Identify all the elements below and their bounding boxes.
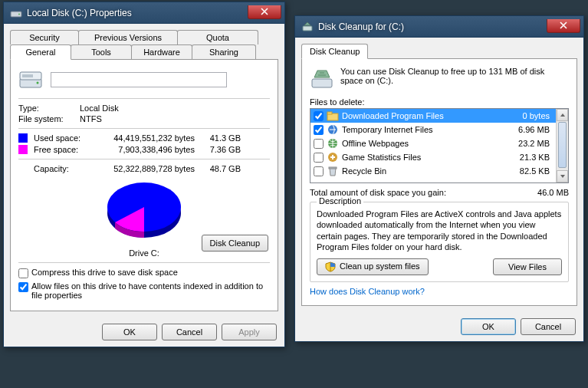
game-icon	[327, 151, 339, 163]
used-swatch	[18, 133, 28, 143]
tab-general[interactable]: General	[10, 44, 71, 60]
svg-rect-9	[312, 79, 332, 87]
drive-icon	[18, 67, 43, 92]
properties-window: Local Disk (C:) Properties Security Prev…	[3, 2, 285, 347]
file-checkbox[interactable]	[314, 111, 324, 121]
index-checkbox[interactable]	[18, 282, 28, 292]
pie-chart	[98, 176, 190, 245]
volume-name-input[interactable]	[51, 72, 227, 87]
tab-row-upper: Security Previous Versions Quota	[10, 30, 278, 44]
disk-cleanup-button[interactable]: Disk Cleanup	[202, 235, 268, 252]
ok-button[interactable]: OK	[461, 318, 516, 335]
cleanup-tabrow: Disk Cleanup	[301, 44, 577, 59]
tab-sharing[interactable]: Sharing	[192, 44, 256, 59]
divider	[18, 128, 270, 129]
scroll-up-icon[interactable]	[557, 109, 568, 121]
shield-icon	[325, 261, 336, 272]
files-label: Files to delete:	[310, 97, 569, 107]
capacity-bytes: 52,322,889,728 bytes	[95, 164, 195, 173]
filesystem-value: NTFS	[80, 114, 102, 123]
divider	[18, 262, 270, 263]
file-name: Downloaded Program Files	[342, 111, 507, 120]
drive-icon-small	[10, 7, 22, 19]
cleanup-buttonbar: OK Cancel	[295, 312, 583, 341]
file-name: Game Statistics Files	[342, 153, 507, 162]
used-label: Used space:	[34, 133, 95, 143]
svg-rect-15	[329, 167, 337, 169]
tab-quota[interactable]: Quota	[177, 30, 258, 44]
file-size: 21.3 KB	[507, 153, 553, 162]
svg-point-4	[37, 82, 39, 84]
file-row[interactable]: Recycle Bin82.5 KB	[310, 164, 556, 178]
description-text: Downloaded Program Files are ActiveX con…	[317, 209, 562, 252]
index-checkbox-row[interactable]: Allow files on this drive to have conten…	[18, 281, 270, 300]
apply-button[interactable]: Apply	[222, 324, 277, 340]
tab-security[interactable]: Security	[10, 30, 79, 44]
cancel-button[interactable]: Cancel	[162, 324, 217, 340]
tab-disk-cleanup[interactable]: Disk Cleanup	[301, 44, 368, 59]
file-name: Recycle Bin	[342, 166, 507, 176]
properties-close-button[interactable]	[248, 5, 281, 19]
capacity-gb: 48.7 GB	[195, 164, 241, 173]
capacity-label: Capacity:	[34, 164, 95, 173]
file-row[interactable]: Game Statistics Files21.3 KB	[310, 150, 556, 164]
properties-title: Local Disk (C:) Properties	[27, 8, 248, 18]
file-name: Temporary Internet Files	[342, 125, 507, 134]
file-size: 0 bytes	[507, 111, 553, 120]
cancel-button[interactable]: Cancel	[521, 318, 576, 335]
file-checkbox[interactable]	[314, 125, 324, 135]
ok-button[interactable]: OK	[102, 324, 157, 340]
tab-previous-versions[interactable]: Previous Versions	[78, 30, 178, 44]
file-list: Downloaded Program Files0 bytesTemporary…	[310, 108, 569, 183]
file-row[interactable]: Temporary Internet Files6.96 MB	[310, 123, 556, 136]
svg-point-1	[18, 13, 20, 15]
free-bytes: 7,903,338,496 bytes	[95, 145, 195, 154]
cleanup-icon	[310, 67, 334, 91]
index-label: Allow files on this drive to have conten…	[31, 281, 270, 300]
divider	[18, 159, 270, 159]
cleanup-icon-small	[301, 21, 314, 33]
properties-titlebar[interactable]: Local Disk (C:) Properties	[4, 2, 284, 24]
cleanup-close-button[interactable]	[547, 19, 580, 33]
scroll-thumb[interactable]	[558, 122, 567, 168]
tab-tools[interactable]: Tools	[71, 44, 132, 59]
used-bytes: 44,419,551,232 bytes	[95, 133, 195, 143]
tab-row-lower: General Tools Hardware Sharing	[10, 44, 278, 60]
compress-label: Compress this drive to save disk space	[31, 268, 178, 277]
bin-icon	[327, 165, 339, 177]
cleanup-titlebar[interactable]: Disk Cleanup for (C:)	[295, 16, 583, 38]
cleanup-system-files-button[interactable]: Clean up system files	[317, 258, 429, 275]
free-label: Free space:	[34, 145, 95, 154]
file-row[interactable]: Downloaded Program Files0 bytes	[310, 109, 556, 123]
file-size: 82.5 KB	[507, 166, 553, 176]
properties-buttonbar: OK Cancel Apply	[4, 317, 284, 347]
svg-rect-5	[22, 74, 33, 77]
globe-icon	[327, 137, 339, 150]
total-value: 46.0 MB	[515, 188, 569, 197]
cleanup-tab-content: You can use Disk Cleanup to free up to 1…	[301, 59, 577, 306]
type-value: Local Disk	[80, 104, 119, 113]
compress-checkbox[interactable]	[18, 268, 28, 278]
file-row[interactable]: Offline Webpages23.2 MB	[310, 136, 556, 150]
file-size: 23.2 MB	[507, 139, 553, 148]
type-label: Type:	[18, 104, 80, 113]
tab-hardware[interactable]: Hardware	[131, 44, 192, 59]
file-list-scrollbar[interactable]	[556, 109, 568, 182]
help-link[interactable]: How does Disk Cleanup work?	[310, 287, 569, 296]
free-gb: 7.36 GB	[195, 145, 241, 154]
divider	[18, 98, 270, 99]
ie-icon	[327, 123, 339, 136]
folder-icon	[327, 110, 339, 122]
compress-checkbox-row[interactable]: Compress this drive to save disk space	[18, 268, 270, 278]
file-checkbox[interactable]	[314, 139, 324, 149]
cleanup-title: Disk Cleanup for (C:)	[318, 21, 547, 32]
disk-cleanup-window: Disk Cleanup for (C:) Disk Cleanup You c…	[294, 15, 584, 342]
view-files-button[interactable]: View Files	[493, 258, 562, 275]
cleanup-top-text: You can use Disk Cleanup to free up to 1…	[340, 67, 569, 91]
file-checkbox[interactable]	[314, 153, 324, 163]
file-checkbox[interactable]	[314, 166, 324, 176]
description-group: Description Downloaded Program Files are…	[310, 202, 569, 282]
filesystem-label: File system:	[18, 114, 80, 123]
used-gb: 41.3 GB	[195, 133, 241, 143]
scroll-down-icon[interactable]	[557, 170, 568, 182]
